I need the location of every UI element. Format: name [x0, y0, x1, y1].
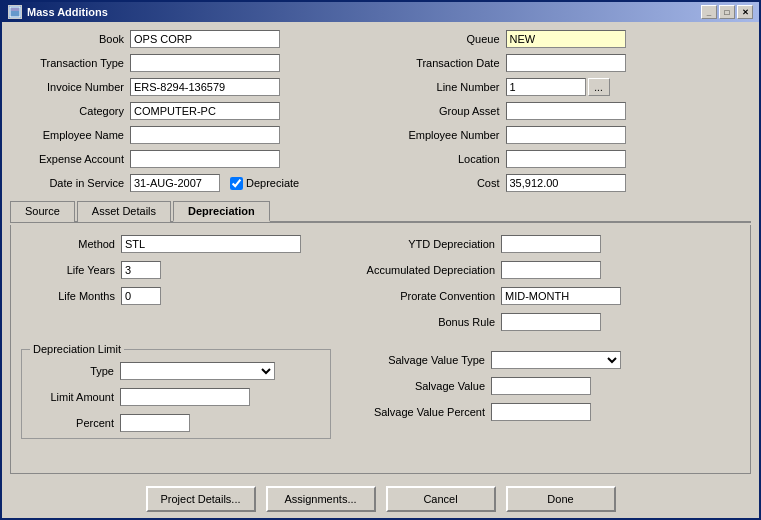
date-in-service-input[interactable] [130, 174, 220, 192]
life-years-input[interactable] [121, 261, 161, 279]
employee-name-input[interactable] [130, 126, 280, 144]
book-input[interactable] [130, 30, 280, 48]
main-content: Book Transaction Type Invoice Number Cat… [2, 22, 759, 480]
life-months-row: Life Months [21, 285, 321, 307]
prorate-label: Prorate Convention [341, 290, 501, 302]
ytd-dep-row: YTD Depreciation [341, 233, 740, 255]
limit-amount-label: Limit Amount [30, 391, 120, 403]
tab-content-depreciation: Method Life Years Life Months Y [10, 225, 751, 474]
form-right: Queue Transaction Date Line Number ... [386, 28, 752, 194]
type-select[interactable] [120, 362, 275, 380]
accum-dep-input[interactable] [501, 261, 601, 279]
date-in-service-label: Date in Service [10, 177, 130, 189]
ytd-dep-input[interactable] [501, 235, 601, 253]
bonus-rule-row: Bonus Rule [341, 311, 740, 333]
close-button[interactable]: ✕ [737, 5, 753, 19]
cost-input[interactable] [506, 174, 626, 192]
tab-source[interactable]: Source [10, 201, 75, 222]
assignments-button[interactable]: Assignments... [266, 486, 376, 512]
percent-input[interactable] [120, 414, 190, 432]
transaction-type-row: Transaction Type [10, 52, 376, 74]
category-label: Category [10, 105, 130, 117]
salvage-type-select[interactable] [491, 351, 621, 369]
employee-number-input[interactable] [506, 126, 626, 144]
title-bar-left: Mass Additions [8, 5, 108, 19]
salvage-value-row: Salvage Value [351, 375, 740, 397]
date-in-service-row: Date in Service Depreciate [10, 172, 376, 194]
minimize-button[interactable]: _ [701, 5, 717, 19]
prorate-input[interactable] [501, 287, 621, 305]
transaction-date-input[interactable] [506, 54, 626, 72]
window-icon [8, 5, 22, 19]
salvage-value-percent-input[interactable] [491, 403, 591, 421]
group-asset-input[interactable] [506, 102, 626, 120]
category-row: Category [10, 100, 376, 122]
book-row: Book [10, 28, 376, 50]
percent-label: Percent [30, 417, 120, 429]
limit-amount-row: Limit Amount [30, 386, 322, 408]
method-row: Method [21, 233, 321, 255]
invoice-number-row: Invoice Number [10, 76, 376, 98]
main-window: Mass Additions _ □ ✕ Book Transaction Ty… [0, 0, 761, 520]
depreciation-limit-box: Depreciation Limit Type Limit Amount [21, 349, 331, 439]
type-row: Type [30, 360, 322, 382]
salvage-value-percent-label: Salvage Value Percent [351, 406, 491, 418]
category-input[interactable] [130, 102, 280, 120]
accum-dep-label: Accumulated Depreciation [341, 264, 501, 276]
employee-number-row: Employee Number [386, 124, 752, 146]
bonus-rule-label: Bonus Rule [341, 316, 501, 328]
employee-name-row: Employee Name [10, 124, 376, 146]
book-label: Book [10, 33, 130, 45]
location-label: Location [386, 153, 506, 165]
depreciate-checkbox[interactable] [230, 177, 243, 190]
project-details-button[interactable]: Project Details... [146, 486, 256, 512]
method-label: Method [21, 238, 121, 250]
salvage-type-row: Salvage Value Type [351, 349, 740, 371]
life-months-input[interactable] [121, 287, 161, 305]
svg-rect-1 [11, 8, 19, 11]
browse-button[interactable]: ... [588, 78, 610, 96]
salvage-type-label: Salvage Value Type [351, 354, 491, 366]
expense-account-input[interactable] [130, 150, 280, 168]
window-title: Mass Additions [27, 6, 108, 18]
browse-icon: ... [594, 82, 602, 93]
queue-input[interactable] [506, 30, 626, 48]
line-number-label: Line Number [386, 81, 506, 93]
depreciate-check-group: Depreciate [230, 177, 299, 190]
limit-amount-input[interactable] [120, 388, 250, 406]
salvage-value-label: Salvage Value [351, 380, 491, 392]
life-years-row: Life Years [21, 259, 321, 281]
cancel-button[interactable]: Cancel [386, 486, 496, 512]
salvage-value-input[interactable] [491, 377, 591, 395]
title-bar: Mass Additions _ □ ✕ [2, 2, 759, 22]
maximize-button[interactable]: □ [719, 5, 735, 19]
tab-asset-details[interactable]: Asset Details [77, 201, 171, 222]
bonus-rule-input[interactable] [501, 313, 601, 331]
queue-row: Queue [386, 28, 752, 50]
group-asset-label: Group Asset [386, 105, 506, 117]
life-months-label: Life Months [21, 290, 121, 302]
bottom-section: Depreciation Limit Type Limit Amount [21, 339, 740, 439]
method-input[interactable] [121, 235, 301, 253]
dep-section: Method Life Years Life Months Y [21, 233, 740, 333]
salvage-value-percent-row: Salvage Value Percent [351, 401, 740, 423]
date-depreciate-group: Depreciate [130, 174, 299, 192]
tab-depreciation[interactable]: Depreciation [173, 201, 270, 222]
prorate-row: Prorate Convention [341, 285, 740, 307]
invoice-number-input[interactable] [130, 78, 280, 96]
title-buttons: _ □ ✕ [701, 5, 753, 19]
done-button[interactable]: Done [506, 486, 616, 512]
top-form: Book Transaction Type Invoice Number Cat… [10, 28, 751, 194]
location-row: Location [386, 148, 752, 170]
queue-label: Queue [386, 33, 506, 45]
depreciate-label: Depreciate [246, 177, 299, 189]
line-number-input[interactable] [506, 78, 586, 96]
group-asset-row: Group Asset [386, 100, 752, 122]
line-number-group: ... [506, 78, 610, 96]
type-label: Type [30, 365, 120, 377]
transaction-type-input[interactable] [130, 54, 280, 72]
cost-row: Cost [386, 172, 752, 194]
ytd-dep-label: YTD Depreciation [341, 238, 501, 250]
dep-left: Method Life Years Life Months [21, 233, 321, 333]
location-input[interactable] [506, 150, 626, 168]
